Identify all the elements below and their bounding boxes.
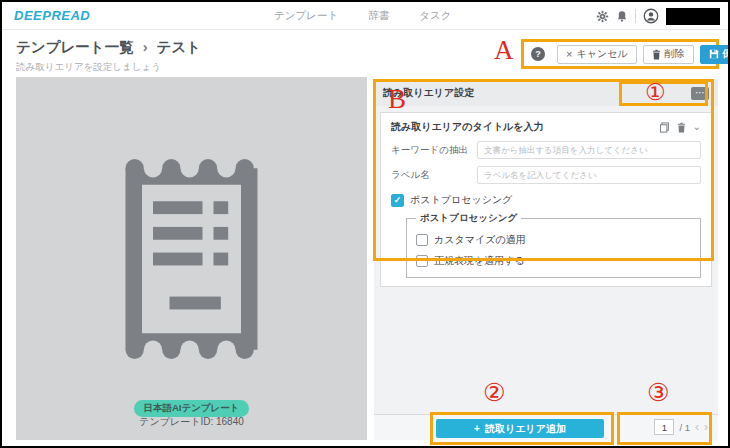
label-name-input[interactable]: [477, 166, 701, 184]
redacted-username: [666, 8, 720, 25]
cancel-button[interactable]: × キャンセル: [557, 45, 637, 64]
breadcrumb-separator: ›: [143, 39, 148, 55]
trash-icon: [652, 49, 661, 60]
panel-title: 読み取りエリア設定: [383, 86, 474, 100]
receipt-icon: [109, 135, 274, 383]
delete-button[interactable]: 削除: [643, 45, 694, 64]
template-preview-canvas[interactable]: 日本語AIテンプレート テンプレートID: 16840: [16, 77, 367, 440]
account-icon[interactable]: [643, 8, 659, 24]
main-menu: テンプレート 辞書 タスク: [274, 2, 451, 30]
help-icon[interactable]: ?: [531, 47, 545, 61]
trash-icon[interactable]: [677, 122, 686, 133]
template-type-badge: 日本語AIテンプレート: [16, 397, 367, 417]
template-id: テンプレートID: 16840: [16, 415, 367, 429]
page-subtitle: 読み取りエリアを設定しましょう: [16, 61, 161, 74]
chevron-right-icon[interactable]: ›: [704, 422, 708, 432]
reading-area-panel: 読み取りエリア設定 ⋯ 読み取りエリアのタイトルを入力 ⌄ キーワードの抽出: [374, 80, 718, 440]
nav-item-template[interactable]: テンプレート: [274, 9, 338, 23]
page-number-input[interactable]: [654, 419, 674, 435]
close-icon: ×: [566, 48, 572, 60]
label-name-label: ラベル名: [391, 169, 477, 182]
keyword-input[interactable]: [477, 141, 701, 159]
copy-icon[interactable]: [659, 122, 670, 133]
nav-item-task[interactable]: タスク: [419, 9, 451, 23]
panel-header: 読み取りエリア設定 ⋯: [374, 80, 718, 106]
area-title-label: 読み取りエリアのタイトルを入力: [391, 120, 544, 134]
customize-checkbox[interactable]: [416, 234, 428, 246]
customize-label: カスタマイズの適用: [434, 233, 526, 247]
reading-area-card: 読み取りエリアのタイトルを入力 ⌄ キーワードの抽出 ラベル名 ✓: [380, 112, 712, 287]
keyword-label: キーワードの抽出: [391, 144, 477, 157]
nav-divider: [635, 9, 636, 23]
postprocessing-group: ポストプロセッシング カスタマイズの適用 正規表現を適用する: [406, 212, 701, 278]
annotation-box-a-toolbar: ? × キャンセル 削除 保存: [521, 39, 719, 69]
nav-item-dictionary[interactable]: 辞書: [368, 9, 389, 23]
breadcrumb-current: テスト: [157, 39, 202, 55]
regex-checkbox[interactable]: [416, 255, 428, 267]
postprocessing-checkbox[interactable]: ✓: [391, 194, 404, 207]
pagination: / 1 ‹ ›: [654, 419, 708, 435]
nav-right-actions: [596, 2, 720, 30]
app-logo[interactable]: DEEPREAD: [14, 8, 90, 23]
chevron-left-icon[interactable]: ‹: [695, 422, 699, 432]
annotation-label-a: A: [494, 35, 514, 66]
page-total: / 1: [679, 422, 690, 433]
deepread-template-editor: DEEPREAD テンプレート 辞書 タスク テンプレート一覧 › テスト 読み…: [0, 0, 730, 448]
regex-label: 正規表現を適用する: [434, 254, 525, 268]
bell-icon[interactable]: [616, 10, 628, 23]
postprocessing-label: ポストプロセッシング: [410, 193, 512, 207]
top-nav: DEEPREAD テンプレート 辞書 タスク: [2, 2, 728, 30]
more-options-icon[interactable]: ⋯: [691, 87, 709, 100]
chevron-down-icon[interactable]: ⌄: [693, 123, 701, 131]
panel-footer: + 読取りエリア追加 / 1 ‹ ›: [374, 414, 718, 440]
breadcrumb: テンプレート一覧 › テスト: [16, 38, 201, 57]
plus-icon: +: [474, 423, 480, 434]
gear-icon[interactable]: [596, 10, 609, 23]
breadcrumb-parent[interactable]: テンプレート一覧: [16, 39, 134, 55]
save-button[interactable]: 保存: [700, 45, 730, 64]
postprocessing-legend: ポストプロセッシング: [416, 212, 521, 225]
add-reading-area-button[interactable]: + 読取りエリア追加: [436, 419, 604, 438]
save-icon: [709, 49, 719, 59]
panel-body: 読み取りエリアのタイトルを入力 ⌄ キーワードの抽出 ラベル名 ✓: [374, 106, 718, 414]
